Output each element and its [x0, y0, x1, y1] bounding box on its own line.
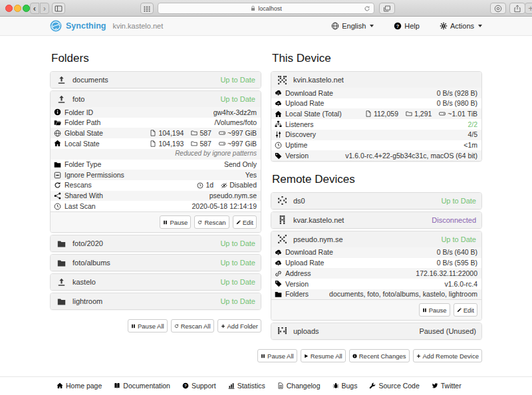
address-row: Address 172.16.32.11:22000: [271, 268, 481, 279]
folder-panel-fotoalbums: foto/albums Up to Date: [50, 254, 261, 271]
edit-button[interactable]: Edit: [233, 215, 257, 229]
close-window-button[interactable]: [5, 5, 13, 12]
directory-icon: [191, 140, 198, 147]
share-button[interactable]: [509, 3, 525, 14]
clock-icon: [275, 142, 282, 149]
folder-name: documents: [72, 76, 108, 84]
zoom-window-button[interactable]: [23, 5, 30, 12]
folder-header-lightroom[interactable]: lightroom Up to Date: [51, 293, 261, 309]
eye-slash-icon: [221, 182, 227, 189]
folder-footer-foto: Pause Rescan Edit: [51, 211, 261, 232]
tag-icon: [275, 280, 282, 287]
sidebar-button[interactable]: [52, 3, 65, 14]
footer-link-support[interactable]: Support: [182, 382, 216, 390]
local-state-row: Local State 104,193 587 ~997 GiB: [51, 138, 261, 149]
info-icon: [352, 354, 357, 358]
plus-icon: [416, 354, 421, 358]
devices-actions: Pause All Resume All Recent Changes Add …: [271, 349, 482, 362]
language-menu[interactable]: English: [331, 22, 374, 30]
tab-overview-button[interactable]: [140, 3, 154, 14]
device-panel-kvar: kvar.kastelo.net Disconnected: [271, 211, 482, 229]
folder-icon: [57, 239, 66, 248]
footer-link-twitter[interactable]: Twitter: [432, 382, 462, 390]
share-icon: [54, 192, 61, 199]
footer-link-statistics[interactable]: Statistics: [228, 382, 265, 390]
device-name: ds0: [293, 197, 305, 205]
brand-name: Syncthing: [66, 21, 106, 31]
file-text-icon: [277, 382, 284, 389]
folder-icon: [57, 259, 66, 267]
pause-all-devices-button[interactable]: Pause All: [257, 349, 297, 362]
pause-icon: [131, 324, 136, 329]
pause-all-folders-button[interactable]: Pause All: [128, 319, 168, 332]
device-header-kvar[interactable]: kvar.kastelo.net Disconnected: [271, 212, 481, 228]
rescan-button[interactable]: Rescan: [194, 215, 229, 229]
privacy-badge-button[interactable]: [490, 3, 506, 14]
folder-status: Up to Date: [220, 239, 255, 247]
footer-link-bugs[interactable]: Bugs: [332, 382, 358, 390]
new-tab-button[interactable]: +: [525, 3, 532, 14]
folder-type-row: Folder Type Send Only: [51, 160, 261, 170]
lock-icon: [250, 5, 256, 11]
cloud-upload-icon: [275, 259, 282, 267]
reload-icon[interactable]: [364, 5, 370, 12]
device-name: uploads: [293, 327, 319, 335]
address-bar[interactable]: localhost: [158, 3, 374, 14]
add-folder-button[interactable]: Add Folder: [217, 319, 261, 332]
folder-header-foto2020[interactable]: foto/2020 Up to Date: [51, 235, 261, 251]
folder-header-kastelo[interactable]: kastelo Up to Date: [51, 274, 261, 290]
info-icon: [54, 108, 61, 116]
help-menu[interactable]: Help: [394, 22, 420, 30]
hdd-icon: [439, 110, 446, 117]
folder-name: kastelo: [72, 278, 96, 286]
wrench-icon: [369, 382, 376, 389]
this-device-header[interactable]: kvin.kastelo.net: [271, 72, 481, 88]
pause-button[interactable]: Pause: [419, 303, 450, 317]
download-rate-row: Download Rate 0 B/s (640 B): [271, 247, 481, 258]
folder-open-icon: [54, 119, 61, 126]
send-only-folder-icon: [57, 76, 66, 84]
device-header-pseudo[interactable]: pseudo.nym.se Up to Date: [271, 231, 481, 247]
devices-column: This Device kvin.kastelo.net Download Ra…: [271, 52, 482, 362]
device-header-ds0[interactable]: ds0 Up to Date: [271, 193, 481, 209]
folder-panel-kastelo: kastelo Up to Date: [50, 273, 261, 291]
rescan-all-button[interactable]: Rescan All: [171, 319, 214, 332]
back-button[interactable]: ‹: [30, 3, 39, 14]
footer-link-source[interactable]: Source Code: [369, 382, 419, 390]
url-text: localhost: [258, 5, 282, 12]
folder-panel-documents: documents Up to Date: [50, 71, 261, 88]
folders-column: Folders documents Up to Date foto Up to …: [50, 52, 261, 362]
folder-header-foto[interactable]: foto Up to Date: [51, 91, 261, 107]
minimize-window-button[interactable]: [14, 5, 21, 12]
recent-changes-button[interactable]: Recent Changes: [349, 349, 410, 362]
globe-icon: [54, 130, 61, 137]
device-panel-ds0: ds0 Up to Date: [271, 192, 482, 209]
folder-name: lightroom: [72, 297, 102, 305]
folder-icon: [275, 291, 282, 298]
footer-link-home[interactable]: Home page: [57, 382, 102, 390]
home-icon: [275, 110, 282, 118]
new-window-tabs-button[interactable]: [379, 3, 395, 14]
footer-link-documentation[interactable]: Documentation: [114, 382, 170, 390]
folder-header-documents[interactable]: documents Up to Date: [51, 72, 261, 88]
syncthing-brand[interactable]: Syncthing: [50, 20, 106, 32]
device-identicon: [278, 235, 287, 243]
forward-button[interactable]: ›: [40, 3, 49, 14]
pause-button[interactable]: Pause: [160, 215, 191, 229]
device-status: Up to Date: [441, 235, 476, 243]
ignore-permissions-row: Ignore Permissions Yes: [51, 170, 261, 180]
question-icon: [182, 382, 189, 389]
device-identicon: [278, 215, 287, 224]
edit-button[interactable]: Edit: [454, 303, 477, 317]
shared-with-row: Shared With pseudo.nym.se: [51, 191, 261, 201]
actions-menu[interactable]: Actions: [440, 22, 482, 30]
folder-path-row: Folder Path /Volumes/foto: [51, 118, 261, 128]
folder-header-fotoalbums[interactable]: foto/albums Up to Date: [51, 255, 261, 271]
add-remote-device-button[interactable]: Add Remote Device: [413, 349, 482, 362]
device-header-uploads[interactable]: uploads Paused (Unused): [271, 323, 481, 339]
resume-all-button[interactable]: Resume All: [301, 349, 346, 362]
tag-icon: [275, 152, 282, 160]
sliders-icon: [275, 131, 282, 138]
device-status: Up to Date: [441, 197, 476, 205]
footer-link-changelog[interactable]: Changelog: [277, 382, 321, 390]
